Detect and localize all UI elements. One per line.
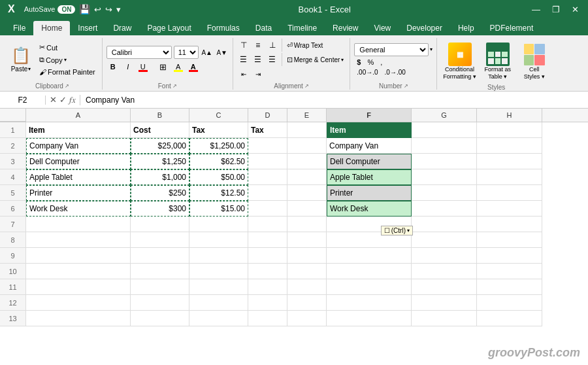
table-cell[interactable] bbox=[287, 248, 327, 264]
table-cell[interactable] bbox=[189, 311, 248, 326]
confirm-formula-icon[interactable]: ✓ bbox=[59, 95, 67, 105]
cut-button[interactable]: ✂ Cut bbox=[37, 42, 98, 53]
table-cell[interactable]: Company Van bbox=[26, 138, 131, 154]
row-number[interactable]: 6 bbox=[0, 201, 26, 217]
decrease-decimal-button[interactable]: .00→.0 bbox=[354, 68, 380, 77]
format-as-table-button[interactable]: Format asTable ▾ bbox=[481, 41, 515, 82]
table-cell[interactable] bbox=[412, 122, 477, 138]
table-cell[interactable] bbox=[477, 217, 542, 232]
table-cell[interactable] bbox=[477, 279, 542, 295]
table-cell[interactable] bbox=[189, 248, 248, 264]
paste-tooltip[interactable]: ☐ (Ctrl) ▾ bbox=[381, 226, 413, 235]
table-cell[interactable]: Item bbox=[26, 122, 131, 138]
table-cell[interactable] bbox=[189, 295, 248, 311]
alignment-expand-icon[interactable]: ↗ bbox=[304, 83, 309, 89]
table-cell[interactable] bbox=[287, 201, 327, 217]
row-number[interactable]: 10 bbox=[0, 264, 26, 279]
table-cell[interactable] bbox=[287, 185, 327, 201]
table-cell[interactable] bbox=[248, 295, 287, 311]
table-cell[interactable] bbox=[287, 169, 327, 185]
col-header-e[interactable]: E bbox=[287, 109, 327, 122]
increase-indent-button[interactable]: ⇥ bbox=[252, 67, 265, 80]
font-size-select[interactable]: 11 bbox=[174, 46, 199, 59]
number-expand-icon[interactable]: ↗ bbox=[404, 83, 408, 89]
tab-developer[interactable]: Developer bbox=[399, 21, 450, 35]
table-cell[interactable]: $1,250 bbox=[131, 154, 189, 169]
table-cell[interactable] bbox=[412, 217, 477, 232]
fill-color-button[interactable]: A bbox=[172, 60, 185, 73]
table-cell[interactable] bbox=[477, 248, 542, 264]
table-cell[interactable] bbox=[131, 248, 189, 264]
table-cell[interactable]: $1,250.00 bbox=[189, 138, 248, 154]
cell-styles-button[interactable]: CellStyles ▾ bbox=[517, 41, 551, 82]
table-cell[interactable] bbox=[248, 217, 287, 232]
table-cell[interactable]: Dell Computer bbox=[327, 154, 412, 169]
table-cell[interactable]: Item bbox=[327, 122, 412, 138]
decrease-font-button[interactable]: A▼ bbox=[216, 46, 229, 59]
table-cell[interactable] bbox=[412, 279, 477, 295]
decrease-indent-button[interactable]: ⇤ bbox=[237, 67, 250, 80]
table-cell[interactable] bbox=[248, 154, 287, 169]
row-number[interactable]: 5 bbox=[0, 185, 26, 201]
table-cell[interactable] bbox=[412, 295, 477, 311]
italic-button[interactable]: I bbox=[122, 60, 135, 73]
row-number[interactable]: 11 bbox=[0, 279, 26, 295]
table-cell[interactable] bbox=[412, 264, 477, 279]
row-number[interactable]: 3 bbox=[0, 154, 26, 169]
bold-button[interactable]: B bbox=[106, 60, 120, 73]
table-cell[interactable] bbox=[131, 295, 189, 311]
table-cell[interactable] bbox=[287, 138, 327, 154]
comma-button[interactable]: , bbox=[378, 58, 385, 67]
table-cell[interactable] bbox=[477, 201, 542, 217]
table-cell[interactable] bbox=[412, 248, 477, 264]
table-cell[interactable] bbox=[189, 217, 248, 232]
row-number[interactable]: 1 bbox=[0, 122, 26, 138]
table-cell[interactable] bbox=[327, 279, 412, 295]
table-cell[interactable]: $12.50 bbox=[189, 185, 248, 201]
tab-view[interactable]: View bbox=[366, 21, 399, 35]
table-cell[interactable] bbox=[412, 185, 477, 201]
tab-help[interactable]: Help bbox=[450, 21, 482, 35]
table-cell[interactable] bbox=[287, 232, 327, 248]
table-cell[interactable]: $50.00 bbox=[189, 169, 248, 185]
row-number[interactable]: 9 bbox=[0, 248, 26, 264]
paste-button[interactable]: 📋 Paste ▾ bbox=[7, 44, 35, 75]
table-cell[interactable] bbox=[477, 138, 542, 154]
table-cell[interactable] bbox=[248, 138, 287, 154]
table-cell[interactable] bbox=[477, 232, 542, 248]
table-cell[interactable] bbox=[287, 122, 327, 138]
format-painter-button[interactable]: 🖌 Format Painter bbox=[37, 67, 98, 77]
redo-icon[interactable]: ↪ bbox=[105, 5, 112, 14]
row-number[interactable]: 4 bbox=[0, 169, 26, 185]
table-cell[interactable]: Printer bbox=[26, 185, 131, 201]
conditional-formatting-button[interactable]: ▦ ConditionalFormatting ▾ bbox=[441, 41, 478, 82]
table-cell[interactable] bbox=[248, 169, 287, 185]
save-icon[interactable]: 💾 bbox=[79, 4, 90, 14]
col-header-c[interactable]: C bbox=[189, 109, 248, 122]
table-cell[interactable] bbox=[477, 122, 542, 138]
table-cell[interactable] bbox=[26, 264, 131, 279]
align-top-button[interactable]: ⊤ bbox=[237, 39, 250, 52]
tab-data[interactable]: Data bbox=[248, 21, 280, 35]
table-cell[interactable]: $25,000 bbox=[131, 138, 189, 154]
table-cell[interactable]: Company Van bbox=[327, 138, 412, 154]
table-cell[interactable] bbox=[287, 279, 327, 295]
table-cell[interactable]: Apple Tablet bbox=[327, 169, 412, 185]
table-cell[interactable] bbox=[477, 311, 542, 326]
col-header-a[interactable]: A bbox=[26, 109, 131, 122]
table-cell[interactable] bbox=[26, 295, 131, 311]
table-cell[interactable] bbox=[412, 169, 477, 185]
table-cell[interactable] bbox=[248, 248, 287, 264]
table-cell[interactable] bbox=[248, 264, 287, 279]
row-number[interactable]: 12 bbox=[0, 295, 26, 311]
table-cell[interactable] bbox=[412, 232, 477, 248]
tab-insert[interactable]: Insert bbox=[70, 21, 105, 35]
table-cell[interactable] bbox=[412, 311, 477, 326]
table-cell[interactable] bbox=[131, 232, 189, 248]
table-cell[interactable] bbox=[477, 154, 542, 169]
autosave-state[interactable]: ON bbox=[57, 5, 75, 14]
table-cell[interactable] bbox=[131, 217, 189, 232]
cancel-formula-icon[interactable]: ✕ bbox=[50, 95, 57, 105]
table-cell[interactable]: $62.50 bbox=[189, 154, 248, 169]
table-cell[interactable] bbox=[327, 311, 412, 326]
